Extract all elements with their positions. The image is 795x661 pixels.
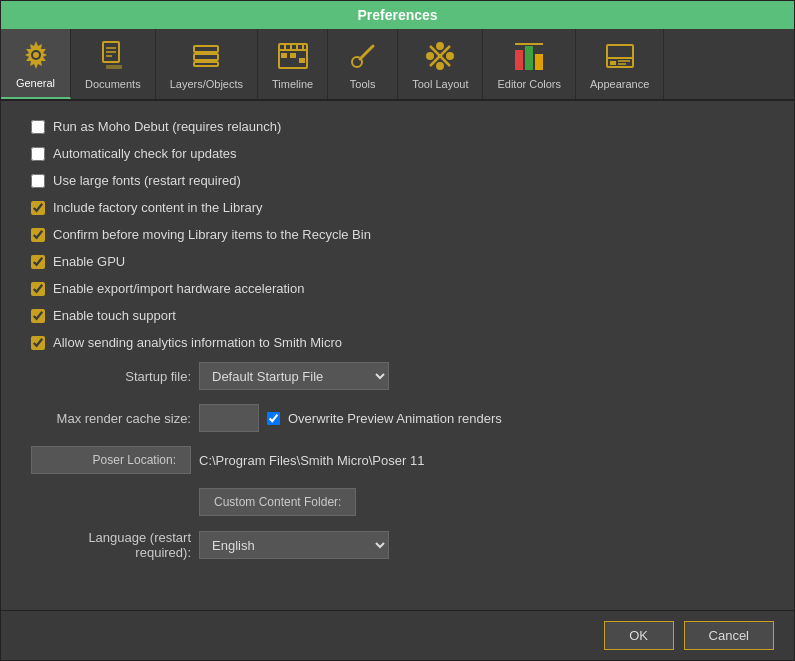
svg-rect-30 [535,54,543,70]
svg-rect-10 [194,62,218,66]
svg-rect-19 [300,59,304,62]
tab-tool-layout-label: Tool Layout [412,78,468,90]
svg-rect-17 [282,54,286,57]
max-render-cache-input[interactable]: 100 [199,404,259,432]
tab-tools[interactable]: Tools [328,29,398,99]
tab-editor-colors-label: Editor Colors [497,78,561,90]
include-factory-content-label: Include factory content in the Library [53,200,263,215]
run-as-moho-debut-checkbox[interactable] [31,120,45,134]
editor-colors-icon [511,38,547,74]
max-render-cache-row: Max render cache size: 100 Overwrite Pre… [31,404,764,432]
tab-layers-objects-label: Layers/Objects [170,78,243,90]
tab-layers-objects[interactable]: Layers/Objects [156,29,258,99]
use-large-fonts-label: Use large fonts (restart required) [53,173,241,188]
enable-export-import-checkbox[interactable] [31,282,45,296]
checkbox-allow-analytics: Allow sending analytics information to S… [31,335,764,350]
tab-tool-layout[interactable]: Tool Layout [398,29,483,99]
enable-export-import-label: Enable export/import hardware accelerati… [53,281,304,296]
tab-timeline[interactable]: Timeline [258,29,328,99]
svg-rect-28 [515,50,523,70]
auto-check-updates-label: Automatically check for updates [53,146,237,161]
custom-content-folder-row: Custom Content Folder: [31,488,764,516]
svg-point-26 [447,53,453,59]
custom-content-folder-button[interactable]: Custom Content Folder: [199,488,356,516]
checkbox-auto-check-updates: Automatically check for updates [31,146,764,161]
dialog-footer: OK Cancel [1,610,794,660]
overwrite-preview-label: Overwrite Preview Animation renders [288,411,502,426]
confirm-before-moving-label: Confirm before moving Library items to t… [53,227,371,242]
svg-line-21 [360,46,373,59]
ok-button[interactable]: OK [604,621,674,650]
use-large-fonts-checkbox[interactable] [31,174,45,188]
checkbox-confirm-before-moving: Confirm before moving Library items to t… [31,227,764,242]
svg-point-24 [437,43,443,49]
enable-gpu-checkbox[interactable] [31,255,45,269]
svg-rect-7 [106,65,122,69]
svg-rect-9 [194,54,218,60]
svg-rect-34 [610,61,616,65]
content-area: Run as Moho Debut (requires relaunch) Au… [1,101,794,610]
include-factory-content-checkbox[interactable] [31,201,45,215]
poser-location-button[interactable]: Poser Location: [31,446,191,474]
tools-icon [345,38,381,74]
tab-appearance-label: Appearance [590,78,649,90]
confirm-before-moving-checkbox[interactable] [31,228,45,242]
poser-location-row: Poser Location: C:\Program Files\Smith M… [31,446,764,474]
poser-location-path: C:\Program Files\Smith Micro\Poser 11 [199,449,424,472]
checkbox-use-large-fonts: Use large fonts (restart required) [31,173,764,188]
enable-touch-support-label: Enable touch support [53,308,176,323]
checkbox-run-as-moho-debut: Run as Moho Debut (requires relaunch) [31,119,764,134]
checkbox-enable-gpu: Enable GPU [31,254,764,269]
startup-file-select[interactable]: Default Startup File None Last Used [199,362,389,390]
tab-general[interactable]: General [1,29,71,99]
allow-analytics-checkbox[interactable] [31,336,45,350]
svg-point-25 [427,53,433,59]
language-select[interactable]: English French German Spanish Japanese C… [199,531,389,559]
checkbox-enable-export-import: Enable export/import hardware accelerati… [31,281,764,296]
svg-rect-29 [525,46,533,70]
checkbox-include-factory-content: Include factory content in the Library [31,200,764,215]
toolbar: General Documents [1,29,794,101]
max-render-cache-label: Max render cache size: [31,411,191,426]
cancel-button[interactable]: Cancel [684,621,774,650]
documents-icon [95,38,131,74]
layers-icon [188,38,224,74]
dialog-title: Preferences [357,7,437,23]
allow-analytics-label: Allow sending analytics information to S… [53,335,342,350]
enable-gpu-label: Enable GPU [53,254,125,269]
language-row: Language (restart required): English Fre… [31,530,764,560]
timeline-icon [275,38,311,74]
tab-tools-label: Tools [350,78,376,90]
svg-point-27 [437,63,443,69]
checkbox-enable-touch-support: Enable touch support [31,308,764,323]
language-label: Language (restart required): [31,530,191,560]
svg-point-2 [33,52,39,58]
title-bar: Preferences [1,1,794,29]
tab-documents-label: Documents [85,78,141,90]
svg-rect-18 [291,54,295,57]
svg-rect-8 [194,46,218,52]
tab-general-label: General [16,77,55,89]
enable-touch-support-checkbox[interactable] [31,309,45,323]
appearance-icon [602,38,638,74]
startup-file-label: Startup file: [31,369,191,384]
preferences-dialog: Preferences General [0,0,795,661]
tab-timeline-label: Timeline [272,78,313,90]
tool-layout-icon [422,38,458,74]
gear-icon [18,37,54,73]
run-as-moho-debut-label: Run as Moho Debut (requires relaunch) [53,119,281,134]
tab-documents[interactable]: Documents [71,29,156,99]
tab-editor-colors[interactable]: Editor Colors [483,29,576,99]
overwrite-preview-checkbox[interactable] [267,412,280,425]
tab-appearance[interactable]: Appearance [576,29,664,99]
startup-file-row: Startup file: Default Startup File None … [31,362,764,390]
auto-check-updates-checkbox[interactable] [31,147,45,161]
